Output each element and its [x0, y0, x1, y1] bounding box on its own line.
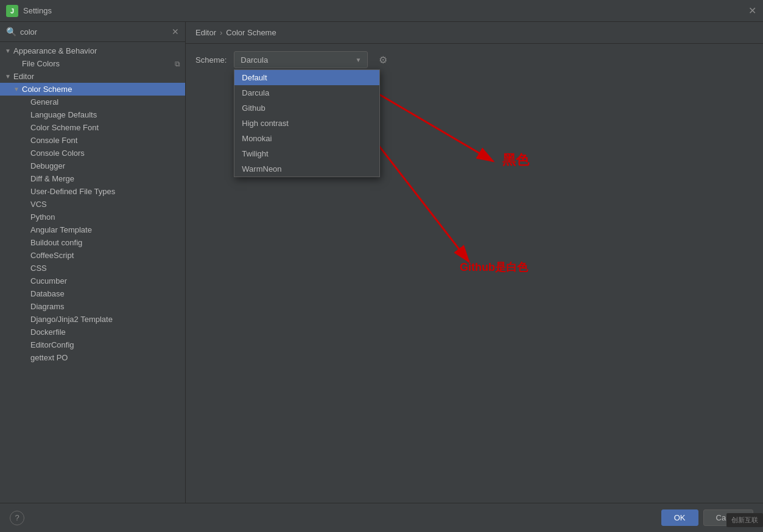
sidebar: 🔍 ✕ ▼ Appearance & Behavior File Colors …: [0, 22, 186, 503]
sidebar-item-label: Database: [30, 289, 65, 298]
sidebar-item-label: Color Scheme Font: [30, 123, 99, 132]
title-bar: J Settings ✕: [0, 0, 763, 22]
sidebar-item-label: General: [30, 97, 58, 107]
ok-button[interactable]: OK: [661, 509, 698, 526]
sidebar-item-label: Diff & Merge: [30, 174, 74, 183]
sidebar-item-label: gettext PO: [30, 353, 68, 362]
sidebar-item-label: Console Font: [30, 136, 77, 145]
scheme-option-default[interactable]: Default: [234, 70, 379, 85]
arrow-icon: ▼: [5, 47, 13, 54]
sidebar-item-label: Cucumber: [30, 276, 67, 285]
sidebar-item-django[interactable]: Django/Jinja2 Template: [0, 313, 185, 326]
app-icon: J: [6, 5, 18, 17]
sidebar-item-user-defined[interactable]: User-Defined File Types: [0, 185, 185, 198]
sidebar-item-dockerfile[interactable]: Dockerfile: [0, 326, 185, 338]
sidebar-item-vcs[interactable]: VCS: [0, 198, 185, 211]
sidebar-item-label: Python: [30, 212, 55, 222]
breadcrumb-color-scheme: Color Scheme: [226, 28, 276, 37]
sidebar-item-diff-merge[interactable]: Diff & Merge: [0, 172, 185, 185]
scheme-dropdown: Darcula ▼ Default Darcula Github High co…: [234, 51, 368, 68]
sidebar-item-diagrams[interactable]: Diagrams: [0, 300, 185, 313]
sidebar-item-label: Editor: [13, 72, 34, 81]
sidebar-item-console-colors[interactable]: Console Colors: [0, 147, 185, 159]
sidebar-item-angular[interactable]: Angular Template: [0, 223, 185, 236]
sidebar-item-coffeescript[interactable]: CoffeeScript: [0, 249, 185, 262]
sidebar-item-general[interactable]: General: [0, 96, 185, 108]
scheme-option-github[interactable]: Github: [234, 100, 379, 116]
sidebar-item-buildout[interactable]: Buildout config: [0, 236, 185, 249]
sidebar-item-label: Django/Jinja2 Template: [30, 315, 113, 324]
settings-dialog: J Settings ✕ 🔍 ✕ ▼ Appearance & Behavior: [0, 0, 763, 532]
sidebar-item-editorconfig[interactable]: EditorConfig: [0, 338, 185, 351]
sidebar-item-cucumber[interactable]: Cucumber: [0, 275, 185, 287]
search-input[interactable]: [20, 27, 172, 37]
copy-icon: ⧉: [175, 60, 180, 68]
sidebar-item-debugger[interactable]: Debugger: [0, 159, 185, 172]
sidebar-item-database[interactable]: Database: [0, 287, 185, 300]
sidebar-item-label: EditorConfig: [30, 340, 74, 349]
main-panel: Editor › Color Scheme Scheme: Darcula ▼ …: [186, 22, 763, 503]
scheme-current-value: Darcula: [241, 55, 268, 65]
sidebar-item-label: CoffeeScript: [30, 251, 74, 260]
gear-button[interactable]: ⚙: [375, 53, 391, 67]
sidebar-tree: ▼ Appearance & Behavior File Colors ⧉ ▼ …: [0, 42, 185, 503]
sidebar-item-python[interactable]: Python: [0, 211, 185, 223]
watermark: 创新互联: [726, 513, 763, 527]
sidebar-item-editor[interactable]: ▼ Editor: [0, 70, 185, 83]
sidebar-item-css[interactable]: CSS: [0, 262, 185, 275]
sidebar-item-label: User-Defined File Types: [30, 187, 115, 196]
sidebar-item-label: Color Scheme: [22, 85, 72, 94]
sidebar-item-console-font[interactable]: Console Font: [0, 134, 185, 147]
sidebar-item-label: Console Colors: [30, 149, 85, 158]
bottom-bar: ? OK Cancel 创新互联: [0, 503, 763, 532]
sidebar-item-appearance[interactable]: ▼ Appearance & Behavior: [0, 44, 185, 57]
sidebar-item-label: Debugger: [30, 161, 65, 170]
scheme-option-darcula[interactable]: Darcula: [234, 85, 379, 100]
content-area: 🔍 ✕ ▼ Appearance & Behavior File Colors …: [0, 22, 763, 503]
sidebar-item-gettext[interactable]: gettext PO: [0, 351, 185, 364]
dropdown-caret-icon: ▼: [355, 57, 361, 63]
scheme-option-monokai[interactable]: Monokai: [234, 131, 379, 146]
scheme-dropdown-button[interactable]: Darcula ▼: [234, 51, 368, 68]
sidebar-item-color-scheme[interactable]: ▼ Color Scheme: [0, 83, 185, 96]
scheme-option-warmneon[interactable]: WarmNeon: [234, 161, 379, 177]
close-button[interactable]: ✕: [748, 7, 757, 15]
search-box: 🔍 ✕: [0, 22, 185, 42]
sidebar-item-label: Buildout config: [30, 238, 82, 247]
arrow-icon: ▼: [13, 86, 22, 93]
sidebar-item-color-scheme-font[interactable]: Color Scheme Font: [0, 121, 185, 134]
sidebar-item-label: Diagrams: [30, 302, 65, 311]
sidebar-item-label: Dockerfile: [30, 327, 66, 337]
sidebar-item-label: VCS: [30, 200, 47, 209]
help-button[interactable]: ?: [10, 511, 24, 525]
breadcrumb-separator: ›: [220, 28, 222, 37]
sidebar-item-language-defaults[interactable]: Language Defaults: [0, 108, 185, 121]
breadcrumb-editor: Editor: [195, 28, 216, 37]
sidebar-item-label: Angular Template: [30, 225, 92, 234]
scheme-row: Scheme: Darcula ▼ Default Darcula Github…: [186, 44, 763, 75]
arrow-icon: ▼: [5, 73, 13, 80]
breadcrumb: Editor › Color Scheme: [186, 22, 763, 44]
scheme-option-twilight[interactable]: Twilight: [234, 146, 379, 161]
sidebar-item-label: Language Defaults: [30, 110, 97, 119]
clear-icon[interactable]: ✕: [172, 27, 179, 37]
scheme-option-high-contrast[interactable]: High contrast: [234, 116, 379, 131]
sidebar-item-label: File Colors: [22, 59, 60, 68]
scheme-dropdown-menu: Default Darcula Github High contrast Mon…: [234, 69, 380, 177]
sidebar-item-label: Appearance & Behavior: [13, 46, 97, 55]
sidebar-item-label: CSS: [30, 264, 47, 273]
scheme-label: Scheme:: [195, 55, 227, 65]
dialog-title: Settings: [23, 6, 52, 15]
search-icon: 🔍: [6, 27, 16, 37]
sidebar-item-file-colors[interactable]: File Colors ⧉: [0, 57, 185, 70]
